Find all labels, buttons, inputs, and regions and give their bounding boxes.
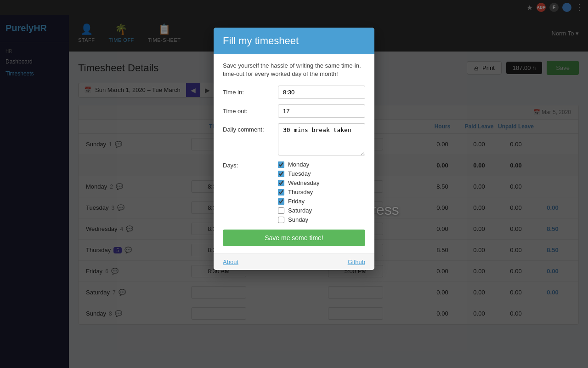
days-checkboxes: Monday Tuesday Wednesday Thursday	[278, 161, 319, 223]
checkbox-friday[interactable]	[278, 198, 284, 205]
checkbox-item-monday: Monday	[278, 161, 319, 168]
modal-title: Fill my timesheet	[223, 35, 299, 46]
checkbox-saturday[interactable]	[278, 207, 284, 214]
checkbox-label-saturday: Saturday	[288, 207, 312, 214]
checkbox-label-wednesday: Wednesday	[288, 179, 319, 186]
time-out-row: Time out:	[223, 104, 365, 118]
checkbox-item-wednesday: Wednesday	[278, 179, 319, 186]
checkbox-label-monday: Monday	[288, 161, 309, 168]
modal-header: Fill my timesheet	[214, 28, 374, 54]
checkbox-label-tuesday: Tuesday	[288, 170, 311, 177]
fill-timesheet-modal: Fill my timesheet Save yourself the hass…	[214, 28, 374, 270]
about-link[interactable]: About	[223, 259, 238, 265]
checkbox-monday[interactable]	[278, 161, 284, 168]
checkbox-item-tuesday: Tuesday	[278, 170, 319, 177]
time-out-label: Time out:	[223, 108, 278, 115]
github-link[interactable]: Github	[348, 259, 365, 265]
modal-overlay: Fill my timesheet Save yourself the hass…	[0, 0, 588, 368]
checkbox-label-thursday: Thursday	[288, 189, 313, 196]
days-label: Days:	[223, 161, 278, 169]
modal-save-button[interactable]: Save me some time!	[223, 230, 365, 246]
checkbox-item-sunday: Sunday	[278, 216, 319, 223]
checkbox-label-friday: Friday	[288, 198, 305, 205]
daily-comment-row: Daily comment: 30 mins break taken	[223, 123, 365, 155]
modal-body: Save yourself the hassle of writing the …	[214, 54, 374, 253]
time-in-row: Time in:	[223, 86, 365, 99]
time-out-field[interactable]	[278, 104, 365, 118]
time-in-field[interactable]	[278, 86, 365, 99]
checkbox-label-sunday: Sunday	[288, 216, 308, 223]
modal-footer: About Github	[214, 253, 374, 270]
time-in-label: Time in:	[223, 89, 278, 96]
checkbox-wednesday[interactable]	[278, 180, 284, 186]
daily-comment-label: Daily comment:	[223, 123, 278, 133]
modal-description: Save yourself the hassle of writing the …	[223, 62, 365, 78]
checkbox-item-thursday: Thursday	[278, 189, 319, 196]
checkbox-sunday[interactable]	[278, 217, 284, 223]
checkbox-item-friday: Friday	[278, 198, 319, 205]
checkbox-thursday[interactable]	[278, 189, 284, 196]
days-row: Days: Monday Tuesday Wednesday	[223, 161, 365, 223]
checkbox-tuesday[interactable]	[278, 171, 284, 177]
checkbox-item-saturday: Saturday	[278, 207, 319, 214]
daily-comment-field[interactable]: 30 mins break taken	[278, 123, 365, 155]
